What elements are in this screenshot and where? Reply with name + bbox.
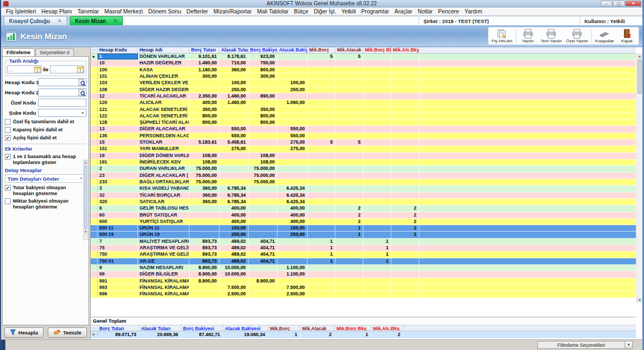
- table-cell[interactable]: 400,00: [219, 212, 248, 218]
- table-cell[interactable]: [335, 80, 363, 86]
- table-cell[interactable]: [363, 179, 391, 185]
- panel-scrollbar[interactable]: ▲ ▼: [83, 160, 88, 240]
- table-cell[interactable]: 1.100,00: [277, 265, 308, 271]
- table-cell[interactable]: 300,00: [189, 73, 219, 79]
- menu-item[interactable]: Araçlar: [392, 8, 415, 14]
- table-cell[interactable]: 7.500,00: [219, 285, 248, 291]
- table-row[interactable]: 32TİCARİ BORÇLAR360,006.785,346.425,34: [91, 192, 636, 199]
- table-cell[interactable]: 360,00: [189, 199, 219, 205]
- table-cell[interactable]: 350,00: [189, 107, 219, 113]
- table-cell[interactable]: [363, 93, 391, 99]
- totals-column-header-6[interactable]: Mik.Alacak: [301, 325, 335, 331]
- table-row[interactable]: 6GELİR TABLOSU HESAPLAR400,00400,0022: [91, 205, 636, 212]
- table-cell[interactable]: [363, 73, 391, 79]
- table-cell[interactable]: 400,00: [219, 205, 248, 211]
- table-cell[interactable]: [277, 258, 308, 264]
- table-row[interactable]: 23DİĞER ALACAKLAR ( U.V )75.000,0075.000…: [91, 173, 636, 179]
- table-cell[interactable]: 360,00: [189, 192, 219, 198]
- table-cell[interactable]: 250,00: [219, 232, 248, 237]
- table-cell[interactable]: 800,00: [248, 120, 277, 125]
- table-cell[interactable]: 360,00: [189, 185, 219, 191]
- table-cell[interactable]: [189, 146, 219, 152]
- table-cell[interactable]: [363, 225, 391, 231]
- checkbox-box[interactable]: [5, 127, 11, 133]
- table-cell[interactable]: [308, 219, 335, 225]
- table-row[interactable]: 100KASA1.160,00360,00800,00: [91, 67, 636, 73]
- table-cell[interactable]: 6.785,34: [219, 192, 248, 198]
- table-cell[interactable]: [391, 291, 419, 297]
- table-row[interactable]: 10HAZIR DEĞERLER1.460,00710,00750,00: [91, 60, 636, 66]
- table-cell[interactable]: ÜRÜN 19: [138, 232, 189, 237]
- table-cell[interactable]: [363, 199, 391, 205]
- table-cell[interactable]: 5: [335, 54, 363, 59]
- table-cell[interactable]: 400,00: [189, 100, 219, 106]
- table-cell[interactable]: ALICILAR: [138, 100, 189, 106]
- tab-kesin-mizan[interactable]: Kesin Mizan ✕: [70, 16, 123, 25]
- table-cell[interactable]: 2: [391, 219, 419, 225]
- table-cell[interactable]: 3: [98, 185, 138, 191]
- table-cell[interactable]: 8.900,00: [189, 265, 219, 271]
- column-header-6[interactable]: Alacak Bakiyesi: [277, 47, 308, 53]
- menu-item[interactable]: Dönem Sonu: [145, 8, 184, 14]
- table-cell[interactable]: [248, 80, 277, 86]
- table-cell[interactable]: 15: [98, 139, 138, 145]
- table-cell[interactable]: [308, 205, 335, 211]
- table-cell[interactable]: 250,00: [219, 87, 248, 93]
- table-cell[interactable]: 9.101,61: [189, 54, 219, 59]
- table-cell[interactable]: [277, 67, 308, 73]
- table-cell[interactable]: 320: [98, 199, 138, 205]
- table-cell[interactable]: 10: [98, 60, 138, 66]
- table-cell[interactable]: [308, 153, 335, 159]
- table-cell[interactable]: [248, 285, 277, 291]
- table-cell[interactable]: [308, 87, 335, 93]
- table-row[interactable]: 121ALACAK SENETLERİ350,00350,00: [91, 107, 636, 113]
- table-cell[interactable]: [391, 100, 419, 106]
- table-cell[interactable]: NAZIM HESAPLARI: [138, 265, 189, 271]
- table-cell[interactable]: HAZIR DEĞERLER: [138, 60, 189, 66]
- table-cell[interactable]: 75.000,00: [189, 179, 219, 185]
- table-cell[interactable]: ARAŞTIRMA VE GELİŞTİRM: [138, 245, 189, 251]
- table-cell[interactable]: 99: [98, 271, 138, 277]
- table-cell[interactable]: [391, 245, 419, 251]
- table-cell[interactable]: 1: [308, 251, 335, 257]
- table-cell[interactable]: 121: [98, 107, 138, 113]
- table-cell[interactable]: 2: [335, 212, 363, 218]
- table-cell[interactable]: 489,02: [219, 239, 248, 244]
- table-cell[interactable]: [335, 146, 363, 152]
- totals-column-header-1[interactable]: Borç Tutarı: [98, 325, 140, 331]
- table-cell[interactable]: [248, 192, 277, 198]
- table-cell[interactable]: [248, 205, 277, 211]
- table-cell[interactable]: [335, 60, 363, 66]
- table-cell[interactable]: [189, 126, 219, 132]
- scroll-down-icon[interactable]: ▼: [84, 229, 87, 234]
- temizle-button[interactable]: Temizle: [48, 327, 87, 338]
- table-cell[interactable]: 800,00: [248, 113, 277, 119]
- table-cell[interactable]: 6: [98, 205, 138, 211]
- table-cell[interactable]: 5.183,61: [189, 139, 219, 145]
- table-cell[interactable]: [391, 285, 419, 291]
- table-cell[interactable]: [308, 107, 335, 113]
- checkbox-row[interactable]: ✓Tutar bakiyesi olmayan hesapları göster…: [5, 185, 86, 196]
- panel-tab-secenekler[interactable]: Seçenekler-2: [35, 48, 74, 56]
- table-row[interactable]: 750 01AR-GE893,73489,02404,7111: [91, 258, 636, 265]
- minimize-button[interactable]: –: [601, 1, 612, 6]
- table-scrollbar[interactable]: ▲ ▼: [636, 54, 642, 303]
- table-cell[interactable]: YARI MAMULLER: [138, 146, 189, 152]
- table-cell[interactable]: 275,00: [277, 139, 308, 145]
- table-cell[interactable]: [363, 126, 391, 132]
- table-cell[interactable]: [219, 173, 248, 178]
- filter-options-dropdown[interactable]: Filtreleme Seçenekleri ▼: [537, 341, 633, 349]
- table-cell[interactable]: [363, 271, 391, 277]
- table-cell[interactable]: 600: [98, 219, 138, 225]
- table-cell[interactable]: BAĞLI ORTAKLIKLARDAN A: [138, 179, 189, 185]
- table-cell[interactable]: [277, 159, 308, 165]
- table-cell[interactable]: [363, 192, 391, 198]
- table-cell[interactable]: [219, 159, 248, 165]
- close-button[interactable]: ✕: [625, 1, 641, 6]
- table-cell[interactable]: [189, 225, 219, 231]
- tab-close-icon[interactable]: ✕: [57, 18, 62, 24]
- table-cell[interactable]: [391, 265, 419, 271]
- tab-close-icon[interactable]: ✕: [113, 18, 118, 24]
- table-cell[interactable]: 108: [98, 87, 138, 93]
- table-cell[interactable]: [391, 107, 419, 113]
